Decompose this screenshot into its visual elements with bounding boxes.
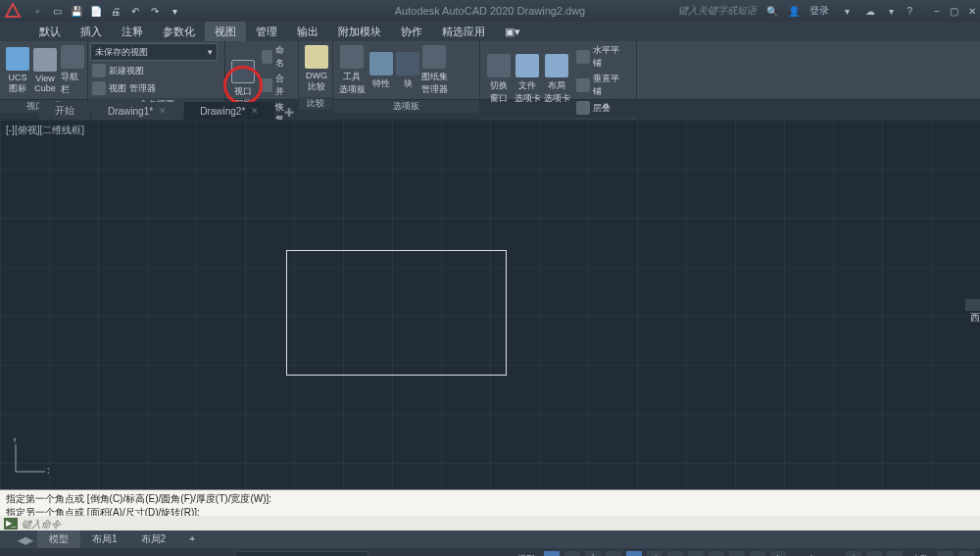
layout-nav-icon[interactable]: ◂▸ bbox=[18, 531, 33, 549]
panel-palettes: 工具 选项板 特性 块 图纸集 管理器 选项板 bbox=[333, 41, 480, 99]
command-prompt-icon[interactable]: ▶_ bbox=[4, 518, 18, 530]
qat-print-icon[interactable]: 🖨 bbox=[108, 3, 123, 19]
tab-default[interactable]: 默认 bbox=[29, 22, 71, 41]
add-status-icon[interactable]: + bbox=[866, 551, 882, 556]
model-tab[interactable]: 模型 bbox=[37, 531, 80, 548]
qat-dropdown-icon[interactable]: ▾ bbox=[167, 3, 182, 19]
status-extra-1[interactable]: ▭ bbox=[729, 551, 745, 556]
panel-label-palettes: 选项板 bbox=[333, 100, 479, 113]
minimize-icon[interactable]: − bbox=[934, 6, 940, 17]
named-viewport-button[interactable]: 命名 bbox=[260, 43, 291, 71]
title-bar: ▫ ▭ 💾 📄 🖨 ↶ ↷ ▾ Autodesk AutoCAD 2020 Dr… bbox=[0, 0, 980, 22]
login-label[interactable]: 登录 bbox=[809, 4, 829, 18]
doc-tab-drawing1[interactable]: Drawing1*✕ bbox=[92, 102, 182, 120]
close-icon[interactable]: ✕ bbox=[968, 6, 976, 17]
panel-interface: 切换 窗口 文件 选项卡 布局 选项卡 水平平铺 垂直平铺 层叠 界面 bbox=[480, 41, 637, 99]
osnap-toggle[interactable]: ▱ bbox=[626, 551, 642, 556]
qat-open-icon[interactable]: ▭ bbox=[49, 3, 65, 19]
window-title: Autodesk AutoCAD 2020 Drawing2.dwg bbox=[395, 5, 585, 17]
ucs-icon-button[interactable]: UCS 图标 bbox=[4, 45, 31, 97]
add-layout-button[interactable]: + bbox=[177, 531, 207, 548]
lineweight-toggle[interactable]: ≡ bbox=[667, 551, 683, 556]
layout-tabs: ◂▸ 模型 布局1 布局2 + bbox=[0, 531, 980, 548]
viewcube-button[interactable]: View Cube bbox=[31, 46, 59, 95]
search-hint[interactable]: 键入关键字或短语 bbox=[678, 4, 757, 18]
file-tabs-button[interactable]: 文件 选项卡 bbox=[513, 52, 542, 107]
tile-h-button[interactable]: 水平平铺 bbox=[574, 43, 629, 71]
viewport-controls[interactable]: [-][俯视][二维线框] bbox=[6, 124, 84, 137]
snap-toggle[interactable]: ⊹ bbox=[564, 551, 580, 556]
clean-screen-toggle[interactable]: ▢ bbox=[938, 551, 954, 556]
polar-toggle[interactable]: ◔ bbox=[606, 551, 621, 556]
new-doc-button[interactable]: ✚ bbox=[276, 106, 302, 120]
user-icon[interactable]: 👤 bbox=[788, 6, 800, 17]
layout2-tab[interactable]: 布局2 bbox=[129, 531, 178, 548]
saved-views-dropdown[interactable]: 未保存的视图▾ bbox=[90, 43, 218, 61]
tab-overflow[interactable]: ▣▾ bbox=[495, 22, 530, 41]
annotation-scale[interactable]: 人 bbox=[770, 551, 786, 556]
ucs-axis-icon[interactable]: YX bbox=[10, 438, 49, 481]
tab-manage[interactable]: 管理 bbox=[246, 22, 287, 41]
doc-tab-drawing2[interactable]: Drawing2*✕ bbox=[184, 102, 274, 120]
doc-tab-start[interactable]: 开始 bbox=[39, 102, 90, 120]
tool-palettes-button[interactable]: 工具 选项板 bbox=[337, 43, 367, 98]
grid-toggle[interactable]: ▦ bbox=[544, 551, 560, 556]
view-manager-button[interactable]: 视图 管理器 bbox=[90, 80, 222, 96]
sheetset-button[interactable]: 图纸集 管理器 bbox=[419, 43, 449, 98]
tab-collab[interactable]: 协作 bbox=[391, 22, 432, 41]
qat-saveas-icon[interactable]: 📄 bbox=[88, 3, 104, 19]
cloud-icon[interactable]: ☁ bbox=[865, 6, 875, 17]
otrack-toggle[interactable]: ∠ bbox=[647, 551, 662, 556]
new-view-button[interactable]: 新建视图 bbox=[90, 63, 222, 78]
qat-redo-icon[interactable]: ↷ bbox=[147, 3, 163, 19]
tab-featured[interactable]: 精选应用 bbox=[432, 22, 495, 41]
merge-viewport-button[interactable]: 合并 bbox=[260, 72, 291, 99]
layout1-tab[interactable]: 布局1 bbox=[80, 531, 129, 548]
navbar-button[interactable]: 导航栏 bbox=[59, 43, 86, 98]
svg-text:X: X bbox=[47, 466, 49, 476]
tab-output[interactable]: 输出 bbox=[287, 22, 328, 41]
layout-tabs-button[interactable]: 布局 选项卡 bbox=[542, 52, 571, 107]
blocks-button[interactable]: 块 bbox=[396, 50, 419, 92]
tab-parametric[interactable]: 参数化 bbox=[153, 22, 205, 41]
tab-addins[interactable]: 附加模块 bbox=[328, 22, 391, 41]
tile-v-button[interactable]: 垂直平铺 bbox=[574, 72, 629, 99]
transparency-toggle[interactable]: ◫ bbox=[688, 551, 704, 556]
drawing-viewport[interactable]: [-][俯视][二维线框] YX 西 bbox=[0, 120, 980, 489]
command-input[interactable] bbox=[22, 519, 976, 530]
status-extra-2[interactable]: ✦ bbox=[750, 551, 765, 556]
tab-insert[interactable]: 插入 bbox=[71, 22, 112, 41]
units-readout[interactable]: 小数 bbox=[907, 553, 933, 557]
properties-button[interactable]: 特性 bbox=[367, 50, 396, 92]
close-icon[interactable]: ✕ bbox=[159, 106, 167, 116]
panel-label-compare: 比较 bbox=[299, 97, 332, 110]
switch-window-button[interactable]: 切换 窗口 bbox=[484, 52, 513, 107]
help-icon[interactable]: ? bbox=[907, 6, 913, 17]
customize-status-icon[interactable]: ≡ bbox=[958, 551, 974, 556]
qat-save-icon[interactable]: 💾 bbox=[69, 3, 84, 19]
ortho-toggle[interactable]: └ bbox=[585, 551, 601, 556]
viewport-config-icon bbox=[231, 60, 255, 83]
status-bar: 3889.6079, 945.7887, 0.0000 模型 ▦ ⊹ └ ◔ ▱… bbox=[0, 548, 980, 556]
model-space-button[interactable]: 模型 bbox=[514, 553, 539, 557]
ribbon: UCS 图标 View Cube 导航栏 视口工具 未保存的视图▾ 新建视图 视… bbox=[0, 41, 980, 100]
close-icon[interactable]: ✕ bbox=[251, 106, 259, 116]
qat-undo-icon[interactable]: ↶ bbox=[127, 3, 143, 19]
cycling-toggle[interactable]: ⟳ bbox=[709, 551, 724, 556]
panel-model-viewport: 视口 配置 命名 合并 恢复 模型视口 bbox=[225, 41, 299, 99]
tab-view[interactable]: 视图 bbox=[205, 22, 246, 41]
search-icon[interactable]: 🔍 bbox=[766, 6, 778, 17]
app-logo[interactable] bbox=[0, 0, 25, 22]
dwg-compare-button[interactable]: DWG 比较 bbox=[303, 43, 330, 95]
tab-annotate[interactable]: 注释 bbox=[112, 22, 153, 41]
coordinates-readout[interactable]: 3889.6079, 945.7887, 0.0000 bbox=[235, 551, 368, 556]
qat-new-icon[interactable]: ▫ bbox=[29, 3, 45, 19]
side-panel-toggle[interactable]: 西 bbox=[965, 299, 980, 311]
gear-icon[interactable]: ✲ bbox=[846, 551, 861, 556]
rectangle-object[interactable] bbox=[286, 250, 507, 376]
cascade-button[interactable]: 层叠 bbox=[574, 100, 629, 116]
panel-named-views: 未保存的视图▾ 新建视图 视图 管理器 命名视图 bbox=[88, 41, 225, 99]
panel-viewport-tools: UCS 图标 View Cube 导航栏 视口工具 bbox=[0, 41, 88, 99]
isolate-toggle[interactable]: ▯ bbox=[887, 551, 903, 556]
maximize-icon[interactable]: ▢ bbox=[950, 6, 958, 17]
